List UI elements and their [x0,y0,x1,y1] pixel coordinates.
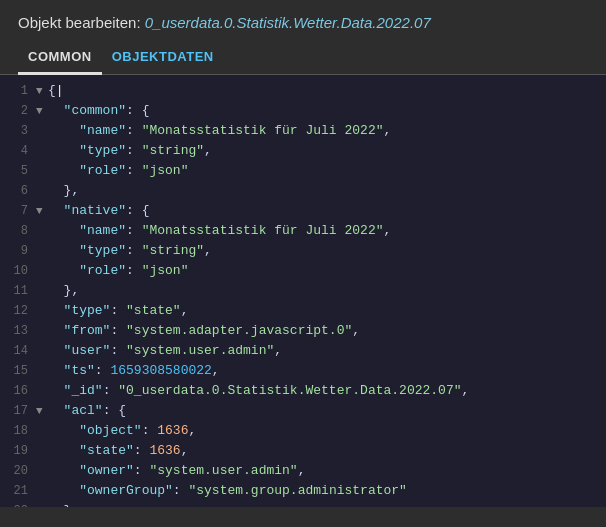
code-line: 6 }, [0,181,606,201]
line-number: 11 [8,281,36,301]
code-line: 5 "role": "json" [0,161,606,181]
code-line: 11 }, [0,281,606,301]
line-number: 2 [8,101,36,121]
line-number: 21 [8,481,36,501]
code-line: 7▼ "native": { [0,201,606,221]
line-content: "role": "json" [48,261,188,281]
line-content: "state": 1636, [48,441,188,461]
fold-arrow[interactable]: ▼ [36,101,48,121]
line-content: }, [48,281,79,301]
line-number: 9 [8,241,36,261]
line-content: } [48,501,71,507]
line-number: 10 [8,261,36,281]
line-number: 22 [8,501,36,507]
code-line: 14 "user": "system.user.admin", [0,341,606,361]
line-number: 5 [8,161,36,181]
line-number: 15 [8,361,36,381]
line-content: "type": "state", [48,301,188,321]
tab-objektdaten-label: OBJEKTDATEN [112,49,214,64]
tab-common-label: COMMON [28,49,92,64]
code-line: 9 "type": "string", [0,241,606,261]
code-line: 10 "role": "json" [0,261,606,281]
header-label: Objekt bearbeiten: [18,14,145,31]
code-line: 2▼ "common": { [0,101,606,121]
line-content: "ts": 1659308580022, [48,361,220,381]
code-line: 16 "_id": "0_userdata.0.Statistik.Wetter… [0,381,606,401]
fold-arrow[interactable]: ▼ [36,401,48,421]
fold-arrow[interactable]: ▼ [36,201,48,221]
code-line: 3 "name": "Monatsstatistik für Juli 2022… [0,121,606,141]
line-number: 16 [8,381,36,401]
line-content: "name": "Monatsstatistik für Juli 2022", [48,121,391,141]
tab-bar: COMMON OBJEKTDATEN [0,41,606,75]
line-content: }, [48,181,79,201]
tab-common[interactable]: COMMON [18,41,102,75]
page-header: Objekt bearbeiten: 0_userdata.0.Statisti… [0,0,606,41]
line-number: 4 [8,141,36,161]
fold-arrow[interactable]: ▼ [36,81,48,101]
code-line: 15 "ts": 1659308580022, [0,361,606,381]
code-line: 19 "state": 1636, [0,441,606,461]
line-content: "role": "json" [48,161,188,181]
line-content: "from": "system.adapter.javascript.0", [48,321,360,341]
line-content: "user": "system.user.admin", [48,341,282,361]
tab-objektdaten[interactable]: OBJEKTDATEN [102,41,224,75]
line-content: "type": "string", [48,141,212,161]
line-number: 8 [8,221,36,241]
line-content: "ownerGroup": "system.group.administrato… [48,481,407,501]
line-number: 13 [8,321,36,341]
code-line: 21 "ownerGroup": "system.group.administr… [0,481,606,501]
line-content: "acl": { [48,401,126,421]
code-line: 18 "object": 1636, [0,421,606,441]
line-content: "native": { [48,201,149,221]
code-line: 20 "owner": "system.user.admin", [0,461,606,481]
code-line: 8 "name": "Monatsstatistik für Juli 2022… [0,221,606,241]
line-number: 1 [8,81,36,101]
line-content: "type": "string", [48,241,212,261]
line-number: 12 [8,301,36,321]
line-number: 14 [8,341,36,361]
line-number: 20 [8,461,36,481]
line-content: "_id": "0_userdata.0.Statistik.Wetter.Da… [48,381,469,401]
line-content: "object": 1636, [48,421,196,441]
code-line: 4 "type": "string", [0,141,606,161]
line-number: 6 [8,181,36,201]
header-path: 0_userdata.0.Statistik.Wetter.Data.2022.… [145,14,431,31]
line-number: 18 [8,421,36,441]
line-number: 3 [8,121,36,141]
code-editor[interactable]: 1▼{2▼ "common": {3 "name": "Monatsstatis… [0,75,606,507]
code-line: 22 } [0,501,606,507]
line-content: { [48,81,64,101]
code-line: 1▼{ [0,81,606,101]
line-content: "name": "Monatsstatistik für Juli 2022", [48,221,391,241]
line-content: "owner": "system.user.admin", [48,461,305,481]
code-line: 12 "type": "state", [0,301,606,321]
line-content: "common": { [48,101,149,121]
code-line: 17▼ "acl": { [0,401,606,421]
code-line: 13 "from": "system.adapter.javascript.0"… [0,321,606,341]
line-number: 7 [8,201,36,221]
line-number: 19 [8,441,36,461]
line-number: 17 [8,401,36,421]
